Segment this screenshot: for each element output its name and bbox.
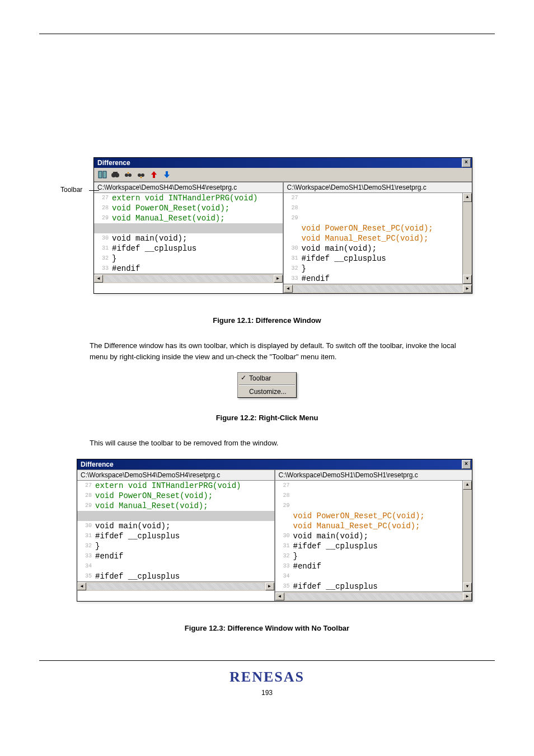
code-line: 31#ifdef __cplusplus (94, 243, 283, 253)
context-menu: Toolbar Customize... (237, 372, 297, 398)
left-code[interactable]: 27extern void INTHandlerPRG(void)28void … (77, 481, 274, 581)
right-code[interactable]: 272829void PowerON_Reset_PC(void);void M… (275, 481, 463, 591)
code-line: 28 (275, 491, 463, 501)
find-next-icon[interactable] (136, 170, 146, 180)
arrow-up-icon[interactable] (149, 170, 159, 180)
code-line: 27 (275, 481, 463, 491)
code-line: 31#ifdef __cplusplus (284, 253, 463, 264)
code-line: 32} (94, 253, 283, 264)
menu-separator (239, 384, 295, 386)
h-scrollbar[interactable]: ◄► (275, 591, 472, 601)
diff-toolbar (94, 168, 472, 182)
page-number: 193 (39, 689, 495, 697)
binoculars-icon[interactable] (110, 170, 120, 180)
close-icon[interactable]: × (462, 460, 471, 469)
code-line: 32} (77, 541, 274, 551)
code-line: 29void Manual_Reset(void); (94, 213, 283, 223)
code-line: 27extern void INTHandlerPRG(void) (94, 193, 283, 203)
code-line: 30void main(void); (77, 521, 274, 531)
h-scrollbar[interactable]: ◄► (77, 581, 274, 591)
titlebar[interactable]: Difference × (77, 459, 472, 469)
code-line: 33#endif (94, 264, 283, 274)
code-line: 32} (275, 551, 463, 561)
right-path: C:\Workspace\DemoSH1\DemoSH1\resetprg.c (275, 469, 472, 481)
code-line: 34 (77, 561, 274, 571)
code-line: 34 (275, 571, 463, 581)
compare-icon[interactable] (97, 170, 107, 180)
code-line: 35#ifdef __cplusplus (77, 571, 274, 581)
code-line: 29 (275, 501, 463, 511)
svg-point-6 (128, 173, 132, 177)
menu-item-toolbar[interactable]: Toolbar (238, 373, 296, 384)
left-pane: C:\Workspace\DemoSH4\DemoSH4\resetprg.c … (77, 469, 274, 601)
figure-caption-menu: Figure 12.2: Right-Click Menu (39, 414, 495, 422)
window-title: Difference (97, 159, 130, 167)
code-line: 31#ifdef __cplusplus (77, 531, 274, 541)
arrow-down-icon[interactable] (162, 170, 172, 180)
right-code[interactable]: 272829void PowerON_Reset_PC(void);void M… (284, 193, 463, 284)
code-line: 27 (284, 193, 463, 203)
code-line: 33#endif (275, 561, 463, 571)
code-line: 35#ifdef __cplusplus (275, 581, 463, 591)
difference-window-1: Difference × C:\Workspace\DemoSH4\DemoSH… (93, 157, 472, 294)
h-scrollbar[interactable]: ◄► (94, 274, 283, 283)
svg-point-5 (125, 173, 128, 177)
svg-point-8 (141, 173, 144, 177)
window-title: Difference (81, 461, 114, 468)
svg-point-7 (138, 173, 141, 177)
code-line: 28void PowerON_Reset(void); (77, 491, 274, 501)
code-line: 28 (284, 203, 463, 213)
code-line: 30void main(void); (94, 233, 283, 243)
right-pane: C:\Workspace\DemoSH1\DemoSH1\resetprg.c … (283, 182, 472, 293)
difference-window-2: Difference × C:\Workspace\DemoSH4\DemoSH… (77, 459, 472, 602)
v-scrollbar[interactable]: ▲▼ (462, 193, 472, 284)
code-line: 30void main(void); (275, 531, 463, 541)
close-icon[interactable]: × (462, 158, 471, 167)
top-rule (39, 34, 495, 34)
code-line: 33#endif (284, 274, 463, 284)
code-line: 29 (284, 213, 463, 223)
figure-caption-1: Figure 12.1: Difference Window (39, 316, 495, 325)
code-line: void PowerON_Reset_PC(void); (275, 511, 463, 521)
menu-item-customize[interactable]: Customize... (238, 386, 296, 397)
left-path: C:\Workspace\DemoSH4\DemoSH4\resetprg.c (94, 182, 283, 193)
left-pane: C:\Workspace\DemoSH4\DemoSH4\resetprg.c … (94, 182, 283, 293)
right-pane: C:\Workspace\DemoSH1\DemoSH1\resetprg.c … (274, 469, 472, 601)
h-scrollbar[interactable]: ◄► (284, 284, 472, 293)
svg-rect-1 (103, 171, 106, 178)
right-path: C:\Workspace\DemoSH1\DemoSH1\resetprg.c (284, 182, 472, 193)
code-line (77, 511, 274, 521)
code-line: 30void main(void); (284, 243, 463, 253)
code-line: void Manual_Reset_PC(void); (275, 521, 463, 531)
paragraph-1: The Difference window has its own toolba… (90, 340, 461, 362)
left-code[interactable]: 27extern void INTHandlerPRG(void)28void … (94, 193, 283, 274)
paragraph-2: This will cause the toolbar to be remove… (90, 438, 461, 449)
code-line: 33#endif (77, 551, 274, 561)
code-line: void Manual_Reset_PC(void); (284, 233, 463, 243)
code-line: 27extern void INTHandlerPRG(void) (77, 481, 274, 491)
v-scrollbar[interactable]: ▲▼ (462, 481, 472, 591)
code-line: 29void Manual_Reset(void); (77, 501, 274, 511)
svg-rect-4 (113, 172, 118, 174)
brand-name: RENESAS (229, 669, 305, 685)
code-line: 31#ifdef __cplusplus (275, 541, 463, 551)
code-line: 32} (284, 264, 463, 274)
code-line: void PowerON_Reset_PC(void); (284, 223, 463, 233)
left-path: C:\Workspace\DemoSH4\DemoSH4\resetprg.c (77, 469, 274, 481)
footer-logo: RENESAS (39, 660, 495, 685)
toolbar-pointer-label: Toolbar (60, 186, 82, 194)
figure-caption-2: Figure 12.3: Difference Window with No T… (39, 624, 495, 632)
titlebar[interactable]: Difference × (94, 158, 472, 168)
svg-rect-0 (99, 171, 102, 178)
find-prev-icon[interactable] (123, 170, 133, 180)
code-line: 28void PowerON_Reset(void); (94, 203, 283, 213)
code-line (94, 223, 283, 233)
